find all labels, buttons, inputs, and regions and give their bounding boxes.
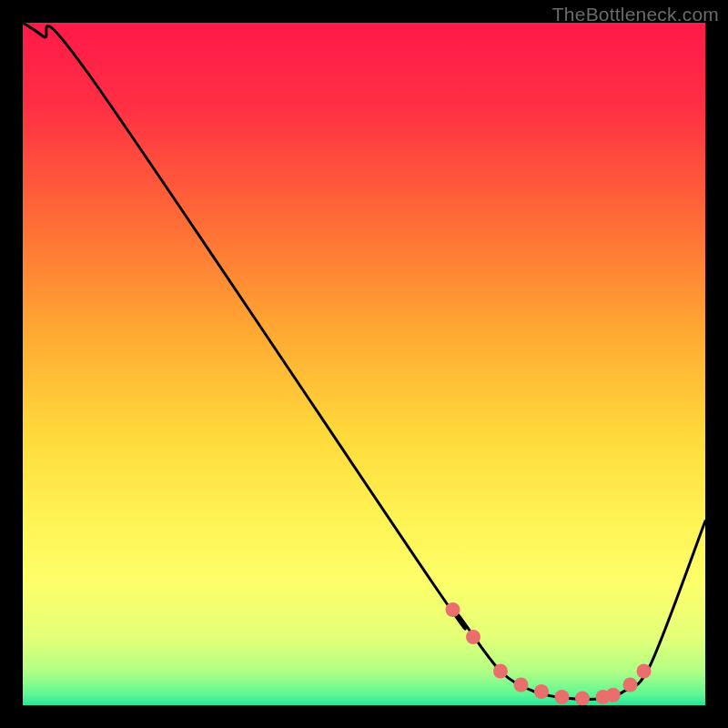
chart-svg	[23, 23, 705, 705]
highlight-dot	[446, 602, 460, 617]
highlight-dot	[637, 664, 652, 679]
highlight-dot	[575, 692, 590, 706]
highlight-dot	[466, 630, 480, 644]
highlight-dot	[493, 664, 508, 679]
plot-area	[23, 23, 705, 705]
highlight-dot	[623, 678, 638, 693]
highlight-dot	[606, 688, 621, 703]
highlight-dot	[514, 678, 529, 693]
highlight-dot	[555, 690, 570, 704]
chart-stage: TheBottleneck.com	[0, 0, 728, 728]
highlight-dot	[534, 684, 549, 699]
